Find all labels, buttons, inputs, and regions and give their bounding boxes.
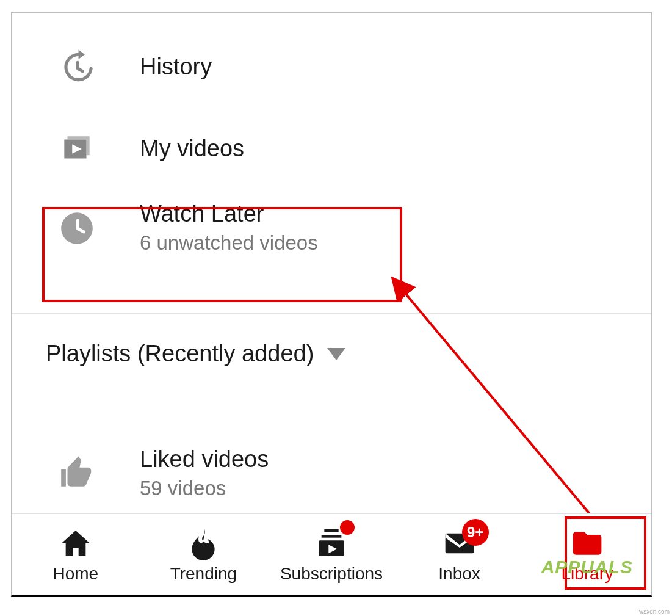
clock-icon	[58, 209, 96, 247]
source-footnote: wsxdn.com	[639, 608, 670, 615]
liked-videos-label: Liked videos	[140, 447, 269, 473]
nav-library[interactable]: Library	[523, 514, 651, 595]
library-item-liked-videos[interactable]: Liked videos 59 videos	[12, 428, 651, 520]
library-icon	[570, 526, 604, 560]
inbox-icon: 9+	[443, 526, 477, 560]
history-label: History	[140, 54, 212, 80]
history-icon	[58, 48, 96, 86]
thumbs-up-icon	[58, 455, 96, 493]
my-videos-label: My videos	[140, 136, 244, 162]
subscriptions-icon	[314, 526, 349, 560]
svg-rect-3	[322, 535, 342, 538]
nav-trending[interactable]: Trending	[140, 514, 268, 595]
section-divider	[12, 313, 651, 314]
trending-icon	[186, 526, 220, 560]
nav-trending-label: Trending	[170, 565, 237, 582]
bottom-nav: Home Trending Subscripti	[12, 513, 651, 595]
nav-inbox[interactable]: 9+ Inbox	[396, 514, 524, 595]
library-top-section: History My videos	[12, 13, 651, 312]
chevron-down-icon	[327, 348, 345, 360]
svg-rect-4	[324, 529, 338, 532]
nav-home[interactable]: Home	[12, 514, 140, 595]
watch-later-subtitle: 6 unwatched videos	[140, 231, 318, 255]
playlists-sort-dropdown[interactable]: Playlists (Recently added)	[46, 341, 345, 367]
library-item-my-videos[interactable]: My videos	[12, 121, 651, 176]
nav-subscriptions[interactable]: Subscriptions	[267, 514, 396, 595]
library-item-history[interactable]: History	[12, 40, 651, 95]
playlists-header-label: Playlists (Recently added)	[46, 341, 314, 367]
nav-subscriptions-label: Subscriptions	[280, 565, 383, 582]
nav-home-label: Home	[52, 565, 98, 582]
watch-later-label: Watch Later	[140, 201, 318, 227]
watermark: APPUALS	[541, 558, 633, 576]
nav-inbox-label: Inbox	[438, 565, 480, 582]
library-item-watch-later[interactable]: Watch Later 6 unwatched videos	[12, 183, 651, 274]
my-videos-icon	[58, 130, 96, 168]
liked-videos-subtitle: 59 videos	[140, 476, 269, 501]
subscriptions-new-dot	[340, 520, 355, 535]
home-icon	[59, 526, 93, 560]
inbox-badge: 9+	[462, 519, 489, 546]
library-panel: History My videos	[11, 12, 652, 597]
